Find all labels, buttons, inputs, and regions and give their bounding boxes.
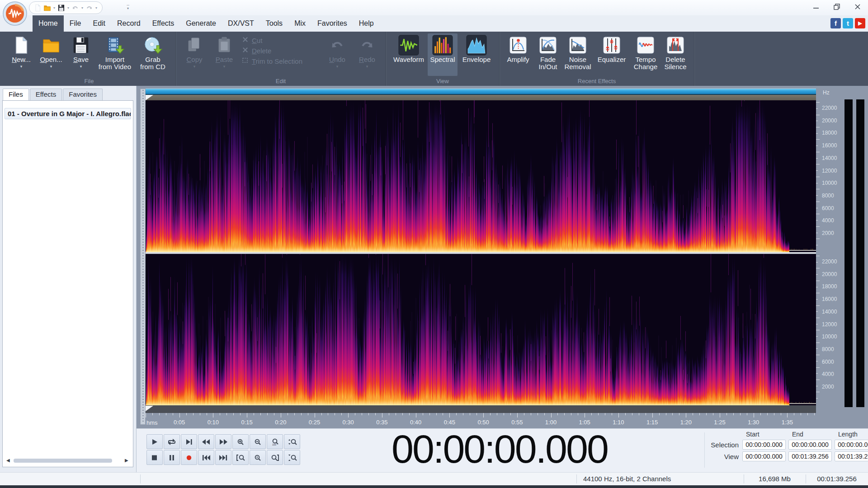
close-button[interactable]	[847, 0, 868, 14]
tab-effects[interactable]: Effects	[30, 89, 62, 100]
app-logo-icon[interactable]	[3, 1, 27, 28]
noise-removal-button[interactable]: NoiseRemoval	[563, 33, 593, 76]
amplify-button[interactable]: Amplify	[503, 33, 533, 76]
horizontal-scrollbar[interactable]: ◀ ▶	[6, 458, 129, 463]
zoom-to-selection-button[interactable]	[250, 450, 266, 465]
equalizer-button[interactable]: Equalizer	[593, 33, 631, 76]
zoom-out-button[interactable]	[250, 434, 266, 449]
freq-tick	[816, 202, 820, 202]
ruler-tick	[476, 413, 477, 415]
dropdown-caret-icon[interactable]: ▾	[53, 6, 55, 10]
level-meter-left	[844, 99, 853, 407]
dropdown-caret-icon[interactable]: ▾	[67, 6, 69, 10]
freq-tick	[816, 343, 820, 343]
fast-forward-button[interactable]	[215, 434, 231, 449]
fade-in-out-button[interactable]: FadeIn/Out	[533, 33, 563, 76]
freq-label: 18000	[822, 130, 837, 136]
dropdown-caret-icon[interactable]: ▾	[81, 6, 83, 10]
view-length-field[interactable]	[835, 451, 868, 461]
spectral-view-button[interactable]: Spectral	[428, 33, 458, 76]
selection-row-label: Selection	[711, 441, 740, 449]
youtube-icon[interactable]: ▶	[855, 18, 865, 28]
menu-item-favorites[interactable]: Favorites	[311, 15, 353, 32]
view-start-field[interactable]	[742, 451, 786, 461]
zoom-selection-end-button[interactable]	[267, 450, 283, 465]
zoom-100-button[interactable]: 100	[267, 434, 283, 449]
zoom-controls: 100	[232, 434, 300, 465]
ruler-tick	[416, 413, 416, 418]
scroll-right-icon[interactable]: ▶	[125, 458, 129, 463]
menu-item-generate[interactable]: Generate	[180, 15, 222, 32]
waveform-view-button[interactable]: Waveform	[390, 33, 428, 76]
save-button[interactable]: Save▾	[66, 33, 96, 76]
menu-item-mix[interactable]: Mix	[288, 15, 311, 32]
menu-item-file[interactable]: File	[64, 15, 87, 32]
customize-quick-access-button[interactable]: ─▾	[125, 4, 131, 11]
view-end-field[interactable]	[788, 451, 832, 461]
go-to-start-button[interactable]	[198, 450, 214, 465]
position-strip-top[interactable]	[146, 95, 816, 100]
scrollbar-thumb[interactable]	[14, 459, 112, 463]
new-button[interactable]: New...▾	[6, 33, 36, 76]
seek-bar[interactable]	[146, 89, 816, 95]
record-button[interactable]	[181, 450, 197, 465]
file-list-item[interactable]: 01 - Overture in G Major - I. Allegro.fl…	[5, 108, 131, 119]
menu-item-dx-vst[interactable]: DX/VST	[222, 15, 260, 32]
zoom-selection-start-button[interactable]	[232, 450, 249, 465]
title-bar: ▾▾▾▾ ─▾	[0, 0, 868, 16]
stop-button[interactable]	[146, 450, 163, 465]
dropdown-caret-icon[interactable]: ▾	[50, 64, 52, 69]
dropdown-caret-icon[interactable]: ▾	[95, 6, 97, 10]
menu-item-edit[interactable]: Edit	[87, 15, 111, 32]
zoom-vertical-in-button[interactable]	[284, 434, 300, 449]
play-button[interactable]	[146, 434, 163, 449]
delete-silence-button[interactable]: DeleteSilence	[660, 33, 690, 76]
loop-button[interactable]	[164, 434, 180, 449]
selection-end-field[interactable]	[788, 440, 832, 450]
zoom-in-button[interactable]	[232, 434, 249, 449]
freq-tick	[816, 324, 818, 324]
scroll-left-icon[interactable]: ◀	[6, 458, 11, 463]
scrollbar-track[interactable]	[13, 459, 123, 463]
copy-icon	[185, 34, 204, 56]
ruler-tick	[146, 413, 146, 418]
maximize-button[interactable]	[826, 0, 847, 14]
menu-item-tools[interactable]: Tools	[260, 15, 288, 32]
spectrogram-channel-2[interactable]	[146, 254, 816, 405]
rewind-button[interactable]	[198, 434, 214, 449]
menu-item-record[interactable]: Record	[111, 15, 146, 32]
play-to-end-button[interactable]	[181, 434, 197, 449]
envelope-view-button[interactable]: Envelope	[458, 33, 495, 76]
minimize-button[interactable]	[806, 0, 826, 14]
spectrogram-channel-1[interactable]	[146, 100, 816, 252]
envelope-tile-icon	[466, 34, 487, 56]
selection-start-field[interactable]	[742, 440, 786, 450]
twitter-icon[interactable]: t	[843, 18, 853, 28]
freq-tick	[816, 287, 818, 287]
tab-files[interactable]: Files	[3, 89, 29, 100]
facebook-icon[interactable]: f	[830, 18, 841, 28]
tab-favorites[interactable]: Favorites	[63, 89, 103, 100]
import-from-video-button[interactable]: Importfrom Video	[96, 33, 134, 76]
grab-from-cd-button[interactable]: Grabfrom CD	[134, 33, 172, 76]
menu-item-home[interactable]: Home	[33, 15, 64, 32]
dropdown-caret-icon[interactable]: ▾	[20, 64, 23, 69]
selection-length-field[interactable]	[835, 440, 868, 450]
position-strip-bottom[interactable]	[146, 405, 816, 413]
ruler-tick	[564, 413, 565, 415]
go-to-end-button[interactable]	[215, 450, 231, 465]
freq-label: 12000	[822, 321, 837, 328]
ruler-tick	[551, 413, 552, 418]
qa-open-button[interactable]	[43, 3, 51, 13]
dropdown-caret-icon[interactable]: ▾	[80, 64, 82, 69]
undo-icon	[329, 34, 345, 56]
open-button[interactable]: Open...▾	[36, 33, 66, 76]
tempo-change-button[interactable]: TempoChange	[631, 33, 660, 76]
freq-label: 14000	[822, 309, 837, 315]
grab-from-cd-button-label: Grabfrom CD	[140, 56, 165, 70]
qa-save-button[interactable]	[57, 3, 65, 13]
menu-item-effects[interactable]: Effects	[146, 15, 180, 32]
menu-item-help[interactable]: Help	[353, 15, 380, 32]
pause-button[interactable]	[164, 450, 180, 465]
zoom-vertical-out-button[interactable]	[284, 450, 300, 465]
